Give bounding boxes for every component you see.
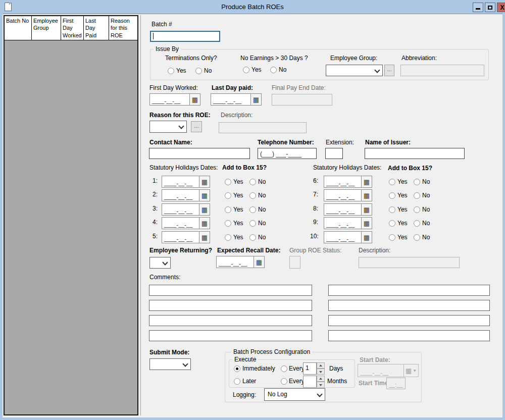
comment-input-2[interactable] [149, 300, 312, 311]
spinner-up-icon[interactable] [317, 376, 325, 382]
no-earnings-yes-radio[interactable] [243, 67, 249, 73]
calendar-icon[interactable]: ▦ [199, 231, 210, 243]
comment-input-7[interactable] [328, 315, 490, 326]
calendar-icon[interactable]: ▦ [199, 203, 210, 216]
comment-input-1[interactable] [149, 285, 312, 296]
holiday-9-datefield[interactable]: ____-__-__▦ [324, 217, 372, 229]
every-months-input[interactable] [303, 376, 317, 388]
first-day-worked-datefield[interactable]: ____-__-__ ▦ [149, 93, 200, 106]
comment-input-5[interactable] [328, 285, 490, 296]
spinner-down-icon[interactable] [317, 382, 325, 388]
days-spinner[interactable] [317, 362, 325, 375]
column-header-last-day-paid[interactable]: Last Day Paid [84, 16, 109, 40]
holiday-5-box15-yes-radio[interactable] [225, 234, 231, 241]
extension-input[interactable] [325, 148, 343, 159]
calendar-icon[interactable]: ▦ [361, 203, 372, 216]
last-day-paid-datefield[interactable]: ____-__-__ ▦ [211, 93, 262, 106]
holiday-7-input[interactable]: ____-__-__ [324, 189, 361, 201]
close-button[interactable]: X [497, 3, 505, 12]
execute-every-days-radio[interactable] [281, 365, 287, 372]
holiday-4-datefield[interactable]: ____-__-__▦ [162, 217, 210, 229]
calendar-icon[interactable]: ▦ [361, 217, 372, 229]
calendar-icon[interactable]: ▦ [361, 176, 372, 188]
holiday-2-input[interactable]: ____-__-__ [162, 189, 199, 201]
holiday-5-input[interactable]: ____-__-__ [162, 231, 199, 243]
holiday-9-box15-yes-radio[interactable] [389, 220, 395, 227]
holiday-1-input[interactable]: ____-__-__ [162, 176, 199, 188]
submit-mode-select[interactable] [149, 358, 191, 370]
expected-recall-datefield[interactable]: ____-__-__▦ [216, 256, 265, 268]
comment-input-3[interactable] [149, 315, 312, 326]
holiday-10-box15-yes-radio[interactable] [389, 234, 395, 241]
batch-number-input[interactable] [150, 31, 220, 42]
expected-recall-input[interactable]: ____-__-__ [216, 256, 254, 268]
maximize-button[interactable] [485, 3, 495, 12]
calendar-icon[interactable]: ▦ [199, 217, 210, 229]
comment-input-4[interactable] [149, 330, 312, 341]
holiday-2-datefield[interactable]: ____-__-__▦ [162, 189, 210, 201]
months-spinner[interactable] [317, 376, 325, 388]
holiday-3-box15-no-radio[interactable] [249, 206, 256, 213]
comment-input-8[interactable] [328, 330, 490, 341]
employee-group-browse-button[interactable]: ... [384, 65, 394, 76]
holiday-4-box15-yes-radio[interactable] [225, 220, 231, 227]
holiday-6-box15-no-radio[interactable] [414, 179, 420, 185]
calendar-icon[interactable]: ▦ [254, 256, 265, 268]
holiday-6-input[interactable]: ____-__-__ [324, 176, 361, 188]
column-header-reason[interactable]: Reason for this ROE [109, 16, 137, 40]
reason-browse-button[interactable]: ... [191, 121, 202, 132]
last-day-paid-input[interactable]: ____-__-__ [211, 93, 250, 106]
calendar-icon[interactable]: ▦ [199, 176, 210, 188]
holiday-8-box15-yes-radio[interactable] [389, 206, 395, 213]
holiday-4-input[interactable]: ____-__-__ [162, 217, 199, 229]
comment-input-6[interactable] [328, 300, 490, 311]
batch-results-grid[interactable]: Batch No Employee Group First Day Worked… [4, 15, 138, 415]
holiday-9-input[interactable]: ____-__-__ [324, 217, 361, 229]
holiday-6-box15-yes-radio[interactable] [389, 179, 395, 185]
holiday-10-datefield[interactable]: ____-__-__▦ [324, 231, 372, 243]
reason-select[interactable] [149, 121, 187, 133]
calendar-icon[interactable]: ▦ [189, 93, 200, 106]
column-header-employee-group[interactable]: Employee Group [32, 16, 61, 40]
holiday-5-box15-no-radio[interactable] [249, 234, 256, 241]
calendar-icon[interactable]: ▦ [199, 189, 210, 201]
holiday-8-datefield[interactable]: ____-__-__▦ [324, 203, 372, 216]
holiday-6-datefield[interactable]: ____-__-__▦ [324, 176, 372, 188]
no-earnings-no-radio[interactable] [270, 67, 277, 73]
holiday-5-datefield[interactable]: ____-__-__▦ [162, 231, 210, 243]
column-header-first-day-worked[interactable]: First Day Worked [61, 16, 84, 40]
holiday-2-box15-no-radio[interactable] [249, 192, 256, 199]
holiday-3-datefield[interactable]: ____-__-__▦ [162, 203, 210, 216]
holiday-10-input[interactable]: ____-__-__ [324, 231, 361, 243]
execute-every-months-radio[interactable] [281, 378, 287, 385]
holiday-7-datefield[interactable]: ____-__-__▦ [324, 189, 372, 201]
terminations-yes-radio[interactable] [168, 68, 174, 74]
spinner-up-icon[interactable] [317, 362, 325, 369]
logging-select[interactable]: No Log [264, 388, 325, 401]
minimize-button[interactable] [473, 3, 483, 12]
execute-immediately-radio[interactable] [234, 365, 240, 372]
holiday-1-datefield[interactable]: ____-__-__▦ [162, 176, 210, 188]
holiday-1-box15-yes-radio[interactable] [225, 179, 231, 185]
terminations-no-radio[interactable] [195, 68, 202, 74]
contact-name-input[interactable] [149, 148, 250, 159]
telephone-input[interactable]: (___) ___-____ [258, 148, 317, 159]
holiday-3-box15-yes-radio[interactable] [225, 206, 231, 213]
holiday-8-input[interactable]: ____-__-__ [324, 203, 361, 216]
first-day-worked-input[interactable]: ____-__-__ [149, 93, 189, 106]
spinner-down-icon[interactable] [317, 369, 325, 375]
holiday-3-input[interactable]: ____-__-__ [162, 203, 199, 216]
employee-returning-select[interactable] [149, 257, 171, 269]
every-days-input[interactable]: 1 [303, 362, 317, 375]
holiday-8-box15-no-radio[interactable] [414, 206, 420, 213]
holiday-1-box15-no-radio[interactable] [249, 179, 256, 185]
employee-group-select[interactable] [326, 65, 383, 76]
calendar-icon[interactable]: ▦ [361, 189, 372, 201]
holiday-4-box15-no-radio[interactable] [249, 220, 256, 227]
holiday-9-box15-no-radio[interactable] [414, 220, 420, 227]
execute-later-radio[interactable] [234, 378, 240, 385]
holiday-10-box15-no-radio[interactable] [414, 234, 420, 241]
calendar-icon[interactable]: ▦ [250, 93, 262, 106]
holiday-7-box15-no-radio[interactable] [414, 192, 420, 199]
column-header-batch-no[interactable]: Batch No [5, 16, 32, 40]
